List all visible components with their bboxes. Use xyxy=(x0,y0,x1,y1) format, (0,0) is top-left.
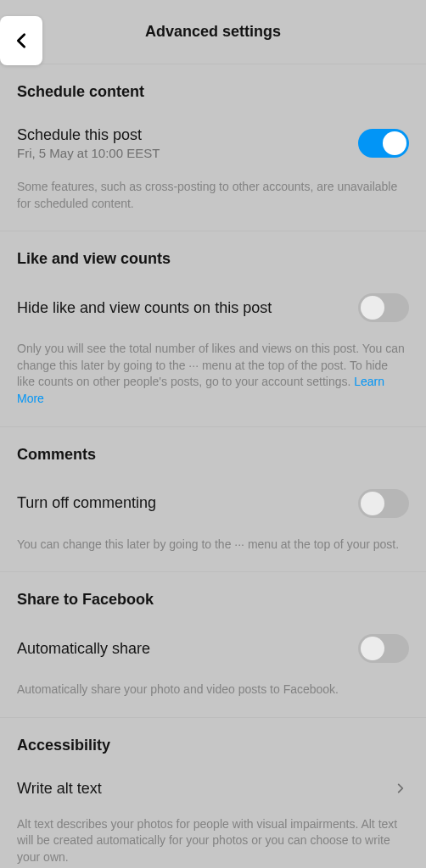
description-accessibility: Alt text describes your photos for peopl… xyxy=(17,798,409,866)
header: Advanced settings xyxy=(0,0,426,64)
row-title: Write alt text xyxy=(17,780,392,798)
section-heading-likes: Like and view counts xyxy=(17,231,409,268)
toggle-commenting[interactable] xyxy=(358,489,409,518)
description-facebook: Automatically share your photo and video… xyxy=(17,663,409,698)
chevron-left-icon xyxy=(12,31,31,50)
toggle-knob xyxy=(361,637,384,660)
section-comments: Comments Turn off commenting You can cha… xyxy=(0,427,426,573)
section-schedule: Schedule content Schedule this post Fri,… xyxy=(0,64,426,231)
section-heading-facebook: Share to Facebook xyxy=(17,572,409,609)
toggle-hide-likes[interactable] xyxy=(358,293,409,322)
row-turn-off-commenting[interactable]: Turn off commenting xyxy=(17,464,409,518)
description-comments: You can change this later by going to th… xyxy=(17,518,409,554)
row-title: Turn off commenting xyxy=(17,494,358,512)
section-heading-comments: Comments xyxy=(17,427,409,464)
toggle-auto-share[interactable] xyxy=(358,634,409,663)
section-accessibility: Accessibility Write alt text Alt text de… xyxy=(0,718,426,868)
page-title: Advanced settings xyxy=(0,23,426,41)
row-text: Automatically share xyxy=(17,640,358,658)
row-title: Schedule this post xyxy=(17,126,358,144)
row-title: Automatically share xyxy=(17,640,358,658)
chevron-right-icon xyxy=(392,780,409,797)
toggle-schedule-post[interactable] xyxy=(358,129,409,158)
row-auto-share[interactable]: Automatically share xyxy=(17,609,409,663)
row-text: Write alt text xyxy=(17,780,392,798)
description-likes: Only you will see the total number of li… xyxy=(17,322,409,407)
toggle-knob xyxy=(361,492,384,515)
back-button[interactable] xyxy=(0,16,42,65)
section-heading-accessibility: Accessibility xyxy=(17,718,409,754)
section-facebook: Share to Facebook Automatically share Au… xyxy=(0,572,426,718)
toggle-knob xyxy=(361,296,384,320)
row-text: Turn off commenting xyxy=(17,494,358,512)
row-title: Hide like and view counts on this post xyxy=(17,299,358,317)
section-likes: Like and view counts Hide like and view … xyxy=(0,231,426,426)
row-schedule-post[interactable]: Schedule this post Fri, 5 May at 10:00 E… xyxy=(17,101,409,160)
row-subtitle: Fri, 5 May at 10:00 EEST xyxy=(17,146,358,160)
description-schedule: Some features, such as cross-posting to … xyxy=(17,160,409,212)
section-heading-schedule: Schedule content xyxy=(17,64,409,101)
row-hide-likes[interactable]: Hide like and view counts on this post xyxy=(17,268,409,322)
row-text: Schedule this post Fri, 5 May at 10:00 E… xyxy=(17,126,358,160)
row-alt-text[interactable]: Write alt text xyxy=(17,754,409,798)
toggle-knob xyxy=(383,131,406,155)
row-text: Hide like and view counts on this post xyxy=(17,299,358,317)
